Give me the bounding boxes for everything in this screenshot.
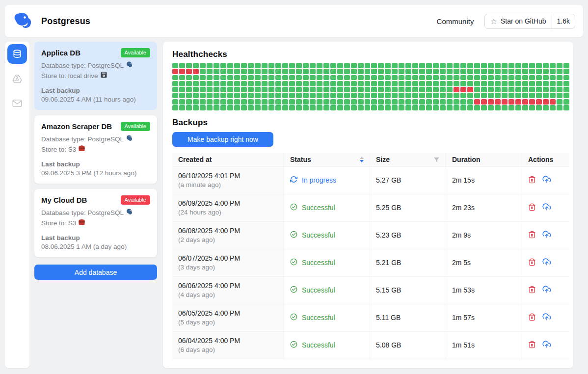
healthcheck-cell[interactable]	[186, 93, 192, 98]
healthcheck-cell[interactable]	[179, 99, 185, 105]
healthcheck-cell[interactable]	[275, 75, 281, 80]
healthcheck-cell[interactable]	[385, 87, 391, 92]
healthcheck-cell[interactable]	[303, 81, 309, 86]
healthcheck-cell[interactable]	[296, 87, 302, 92]
healthcheck-cell[interactable]	[296, 69, 302, 74]
healthcheck-cell[interactable]	[433, 99, 439, 105]
healthcheck-cell[interactable]	[200, 69, 206, 74]
healthcheck-cell[interactable]	[193, 81, 199, 86]
healthcheck-cell[interactable]	[268, 87, 274, 92]
healthcheck-cell[interactable]	[502, 81, 508, 86]
healthcheck-cell[interactable]	[248, 81, 254, 86]
healthcheck-cell[interactable]	[474, 93, 480, 98]
healthcheck-cell[interactable]	[405, 81, 411, 86]
healthcheck-cell[interactable]	[488, 87, 494, 92]
healthcheck-cell[interactable]	[557, 63, 562, 68]
healthcheck-cell[interactable]	[337, 63, 343, 68]
healthcheck-cell[interactable]	[179, 81, 185, 86]
healthcheck-cell[interactable]	[207, 81, 213, 86]
delete-backup-button[interactable]	[528, 176, 536, 185]
healthcheck-cell[interactable]	[405, 63, 411, 68]
healthcheck-cell[interactable]	[310, 63, 316, 68]
healthcheck-cell[interactable]	[474, 87, 480, 92]
healthcheck-cell[interactable]	[371, 93, 377, 98]
healthcheck-cell[interactable]	[317, 75, 322, 80]
healthcheck-cell[interactable]	[543, 75, 549, 80]
healthcheck-cell[interactable]	[412, 75, 418, 80]
healthcheck-cell[interactable]	[193, 63, 199, 68]
healthcheck-cell[interactable]	[351, 81, 357, 86]
healthcheck-cell[interactable]	[433, 75, 439, 80]
healthcheck-cell[interactable]	[317, 69, 322, 74]
healthcheck-cell[interactable]	[275, 87, 281, 92]
healthcheck-cell[interactable]	[412, 87, 418, 92]
healthcheck-cell[interactable]	[262, 93, 267, 98]
healthcheck-cell[interactable]	[207, 105, 213, 110]
healthcheck-cell[interactable]	[282, 105, 288, 110]
healthcheck-cell[interactable]	[365, 69, 371, 74]
healthcheck-cell[interactable]	[282, 75, 288, 80]
healthcheck-cell[interactable]	[557, 105, 562, 110]
healthcheck-cell[interactable]	[536, 81, 542, 86]
healthcheck-cell[interactable]	[488, 105, 494, 110]
healthcheck-cell[interactable]	[365, 75, 371, 80]
healthcheck-cell[interactable]	[426, 105, 432, 110]
healthcheck-cell[interactable]	[323, 105, 329, 110]
healthcheck-cell[interactable]	[529, 93, 535, 98]
healthcheck-cell[interactable]	[515, 105, 521, 110]
healthcheck-cell[interactable]	[426, 93, 432, 98]
healthcheck-cell[interactable]	[255, 63, 261, 68]
healthcheck-cell[interactable]	[310, 75, 316, 80]
healthcheck-cell[interactable]	[262, 99, 267, 105]
healthcheck-cell[interactable]	[508, 87, 514, 92]
healthcheck-cell[interactable]	[193, 105, 199, 110]
healthcheck-cell[interactable]	[536, 105, 542, 110]
healthcheck-cell[interactable]	[317, 105, 322, 110]
healthcheck-cell[interactable]	[371, 75, 377, 80]
healthcheck-cell[interactable]	[220, 75, 226, 80]
healthcheck-cell[interactable]	[557, 81, 562, 86]
healthcheck-cell[interactable]	[186, 75, 192, 80]
healthcheck-cell[interactable]	[241, 99, 247, 105]
healthcheck-cell[interactable]	[454, 75, 459, 80]
healthcheck-cell[interactable]	[440, 93, 446, 98]
healthcheck-cell[interactable]	[262, 105, 267, 110]
healthcheck-cell[interactable]	[282, 63, 288, 68]
healthcheck-cell[interactable]	[488, 69, 494, 74]
healthcheck-cell[interactable]	[323, 75, 329, 80]
healthcheck-cell[interactable]	[200, 99, 206, 105]
healthcheck-cell[interactable]	[536, 75, 542, 80]
healthcheck-cell[interactable]	[227, 75, 233, 80]
healthcheck-cell[interactable]	[289, 99, 295, 105]
healthcheck-cell[interactable]	[214, 69, 219, 74]
healthcheck-cell[interactable]	[481, 99, 487, 105]
healthcheck-cell[interactable]	[172, 105, 178, 110]
healthcheck-cell[interactable]	[481, 93, 487, 98]
healthcheck-cell[interactable]	[412, 105, 418, 110]
healthcheck-cell[interactable]	[515, 81, 521, 86]
healthcheck-cell[interactable]	[255, 93, 261, 98]
healthcheck-cell[interactable]	[522, 99, 528, 105]
healthcheck-cell[interactable]	[543, 99, 549, 105]
healthcheck-cell[interactable]	[193, 87, 199, 92]
healthcheck-cell[interactable]	[200, 87, 206, 92]
healthcheck-cell[interactable]	[214, 81, 219, 86]
healthcheck-cell[interactable]	[248, 93, 254, 98]
healthcheck-cell[interactable]	[227, 105, 233, 110]
healthcheck-cell[interactable]	[289, 63, 295, 68]
healthcheck-cell[interactable]	[255, 87, 261, 92]
healthcheck-cell[interactable]	[481, 69, 487, 74]
healthcheck-cell[interactable]	[330, 63, 336, 68]
healthcheck-cell[interactable]	[323, 93, 329, 98]
healthcheck-cell[interactable]	[550, 75, 556, 80]
upload-backup-button[interactable]	[542, 203, 551, 213]
healthcheck-cell[interactable]	[563, 99, 569, 105]
healthcheck-cell[interactable]	[220, 105, 226, 110]
healthcheck-cell[interactable]	[358, 99, 364, 105]
upload-backup-button[interactable]	[542, 340, 551, 350]
healthcheck-cell[interactable]	[563, 81, 569, 86]
upload-backup-button[interactable]	[542, 175, 551, 185]
healthcheck-cell[interactable]	[405, 75, 411, 80]
healthcheck-cell[interactable]	[495, 87, 501, 92]
healthcheck-cell[interactable]	[220, 99, 226, 105]
